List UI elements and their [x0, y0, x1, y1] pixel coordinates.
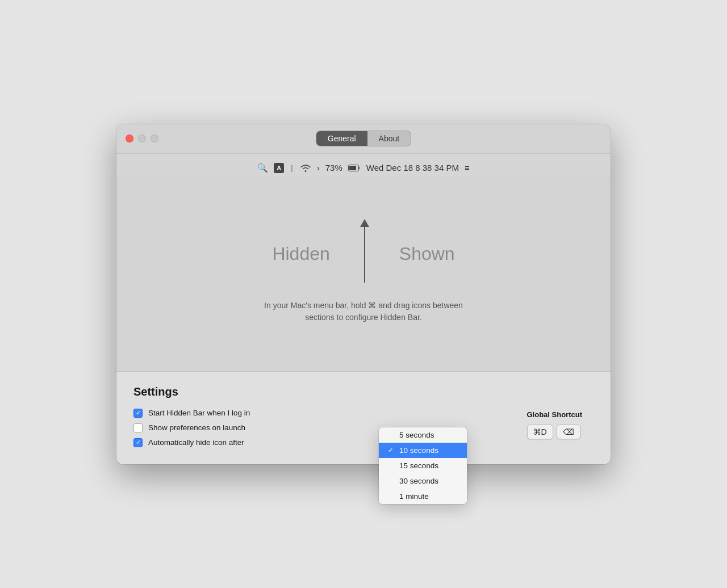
dropdown-option-10s[interactable]: ✓ 10 seconds: [379, 443, 467, 458]
dropdown-option-15s[interactable]: 15 seconds: [379, 458, 467, 473]
option-30s-label: 30 seconds: [399, 477, 438, 485]
diagram: Hidden Shown: [151, 226, 576, 283]
a-icon: A: [274, 163, 284, 173]
prefs-row: Show preferences on launch: [133, 423, 594, 432]
close-button[interactable]: [126, 135, 133, 142]
login-checkbox[interactable]: ✓: [133, 409, 143, 418]
settings-area: Settings ✓ Start Hidden Bar when I log i…: [116, 371, 611, 464]
titlebar: General About: [116, 124, 611, 154]
search-icon: 🔍: [257, 163, 268, 173]
autohide-label: Automatically hide icon after: [148, 438, 244, 447]
autohide-checkbox[interactable]: ✓: [133, 438, 143, 447]
hidden-label: Hidden: [272, 243, 329, 264]
svg-rect-1: [349, 166, 356, 170]
shortcut-section: Global Shortcut ⌘D ⌫: [527, 410, 583, 439]
tab-general[interactable]: General: [316, 131, 367, 146]
option-1m-label: 1 minute: [399, 492, 429, 501]
settings-title: Settings: [133, 385, 594, 398]
option-15s-label: 15 seconds: [399, 461, 438, 470]
autohide-row: ✓ Automatically hide icon after: [133, 438, 594, 447]
shortcut-keys: ⌘D ⌫: [527, 425, 583, 439]
traffic-lights: [126, 135, 158, 142]
dropdown-option-5s[interactable]: 5 seconds: [379, 427, 467, 443]
check-selected: ✓: [388, 446, 396, 454]
tab-about[interactable]: About: [367, 131, 411, 146]
instruction-text: In your Mac's menu bar, hold ⌘ and drag …: [256, 300, 471, 324]
datetime-display: Wed Dec 18 8 38 34 PM: [366, 163, 459, 173]
login-label: Start Hidden Bar when I log in: [148, 409, 250, 417]
login-row: ✓ Start Hidden Bar when I log in: [133, 409, 594, 418]
shortcut-label: Global Shortcut: [527, 410, 583, 419]
chevron-icon: ›: [317, 163, 320, 173]
battery-icon: [348, 165, 361, 171]
minimize-button[interactable]: [138, 135, 146, 142]
maximize-button[interactable]: [151, 135, 158, 142]
prefs-checkbox[interactable]: [133, 423, 143, 432]
dropdown-option-1m[interactable]: 1 minute: [379, 489, 467, 504]
tab-group: General About: [316, 131, 411, 146]
prefs-label: Show preferences on launch: [148, 423, 245, 432]
battery-percent: 73%: [325, 163, 342, 173]
option-10s-label: 10 seconds: [399, 446, 438, 455]
dropdown-menu[interactable]: 5 seconds ✓ 10 seconds 15 seconds 30 sec…: [379, 427, 467, 504]
arrow-up: [364, 226, 365, 283]
dropdown-option-30s[interactable]: 30 seconds: [379, 473, 467, 489]
app-window: General About 🔍 A | › 73% Wed Dec 18 8 3…: [116, 124, 611, 464]
menu-icon: ≡: [465, 163, 470, 173]
shown-label: Shown: [399, 243, 455, 264]
shortcut-key-delete[interactable]: ⌫: [557, 425, 580, 439]
shortcut-key-cmd[interactable]: ⌘D: [527, 425, 553, 439]
wifi-icon: [300, 164, 311, 172]
option-5s-label: 5 seconds: [399, 431, 434, 439]
content-area: Hidden Shown In your Mac's menu bar, hol…: [116, 178, 611, 371]
menubar-preview: 🔍 A | › 73% Wed Dec 18 8 38 34 PM ≡: [116, 154, 611, 178]
separator-icon: |: [291, 163, 293, 172]
